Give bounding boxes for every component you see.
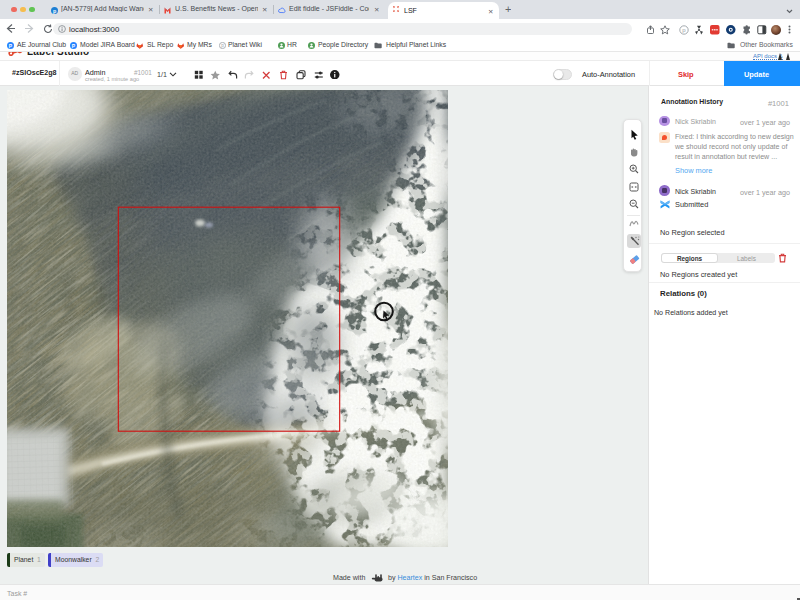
svg-text:p: p bbox=[221, 43, 224, 48]
svg-text:p: p bbox=[682, 27, 686, 33]
